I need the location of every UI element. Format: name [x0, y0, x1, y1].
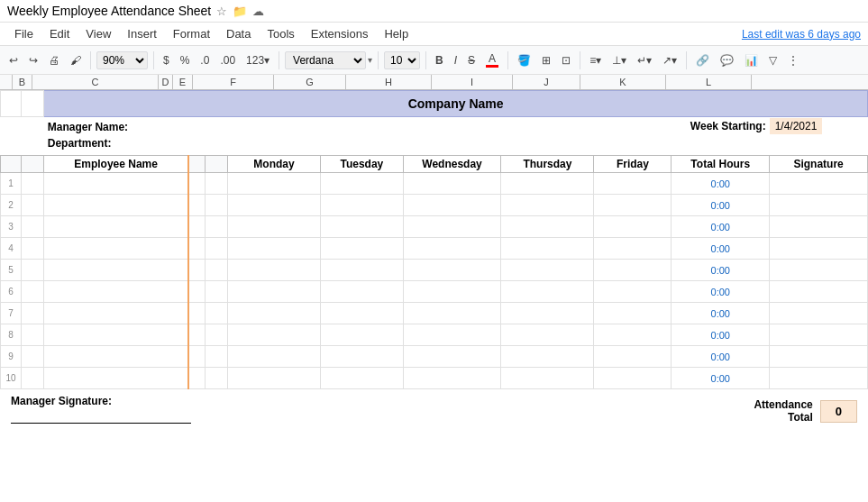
col-header-d[interactable]: D: [159, 75, 173, 89]
comment-button[interactable]: 💬: [717, 52, 737, 68]
col-header-k[interactable]: K: [580, 75, 666, 89]
monday-header: Monday: [228, 156, 321, 173]
font-selector[interactable]: Verdana Arial ▾: [285, 51, 372, 69]
sheet-table: Company Name Manager Name: Week Starting…: [0, 90, 868, 389]
link-button[interactable]: 🔗: [692, 52, 713, 68]
company-name-cell[interactable]: Company Name: [44, 91, 868, 117]
table-row: 1 0:00: [1, 173, 868, 195]
menu-data[interactable]: Data: [219, 24, 258, 43]
star-icon[interactable]: ☆: [216, 5, 227, 18]
toolbar-sep-6: [507, 51, 508, 69]
week-starting-label-cell: Week Starting:: [672, 117, 770, 136]
table-row: 2 0:00: [1, 195, 868, 216]
menu-insert[interactable]: Insert: [120, 24, 164, 43]
company-name-row: Company Name: [1, 91, 868, 117]
fill-color-button[interactable]: 🪣: [514, 52, 535, 68]
filter-button[interactable]: ▽: [765, 52, 781, 68]
thursday-header: Thursday: [501, 156, 594, 173]
currency-button[interactable]: $: [160, 52, 173, 68]
font-select[interactable]: Verdana Arial: [285, 51, 366, 69]
table-row: 3 0:00: [1, 216, 868, 238]
signature-header: Signature: [770, 156, 868, 173]
menu-format[interactable]: Format: [166, 24, 217, 43]
borders-button[interactable]: ⊞: [538, 52, 554, 68]
title-bar: Weekly Employee Attendance Sheet ☆ 📁 ☁: [0, 0, 868, 23]
font-size-selector[interactable]: 10 11 12: [384, 51, 420, 69]
undo-button[interactable]: ↩: [5, 52, 22, 68]
department-label-cell: Department:: [44, 135, 868, 156]
friday-header: Friday: [594, 156, 672, 173]
toolbar-sep-3: [279, 51, 279, 69]
decimal-increase-button[interactable]: .00: [216, 52, 239, 68]
table-row: 9 0:00: [1, 346, 868, 368]
menu-view[interactable]: View: [78, 24, 118, 43]
bold-button[interactable]: B: [432, 52, 447, 68]
strikethrough-button[interactable]: S: [464, 52, 479, 68]
chart-button[interactable]: 📊: [741, 52, 762, 68]
col-header-h[interactable]: H: [346, 75, 432, 89]
cloud-icon[interactable]: ☁: [252, 5, 264, 18]
employee-name-header: Employee Name: [44, 156, 188, 173]
total-hours-header: Total Hours: [672, 156, 770, 173]
col-header-j[interactable]: J: [513, 75, 580, 89]
font-size-select[interactable]: 10 11 12: [384, 51, 420, 69]
menu-extensions[interactable]: Extensions: [304, 24, 376, 43]
manager-name-label: Manager Name:: [48, 121, 128, 133]
zoom-control[interactable]: 90% 100% 75%: [96, 51, 148, 69]
print-button[interactable]: 🖨: [45, 52, 63, 68]
corner-header: [0, 75, 13, 89]
column-header-row: B C D E F G H I J K L: [0, 75, 868, 90]
format-123-button[interactable]: 123▾: [242, 52, 273, 68]
italic-button[interactable]: I: [451, 52, 461, 68]
last-edit-text[interactable]: Last edit was 6 days ago: [742, 28, 861, 41]
col-header-e[interactable]: E: [173, 75, 193, 89]
menu-file[interactable]: File: [7, 24, 41, 43]
table-row: 10 0:00: [1, 368, 868, 389]
table-header-row: Employee Name Monday Tuesday Wednesday T…: [1, 156, 868, 173]
percent-button[interactable]: %: [177, 52, 194, 68]
week-starting-value[interactable]: 1/4/2021: [770, 118, 823, 134]
col-header-g[interactable]: G: [274, 75, 346, 89]
attendance-total-label: Attendance Total: [754, 398, 819, 424]
toolbar-sep-1: [90, 51, 91, 69]
table-row: 4 0:00: [1, 238, 868, 260]
manager-label-cell: Manager Name:: [44, 117, 321, 136]
table-row: 7 0:00: [1, 303, 868, 324]
paint-format-button[interactable]: 🖌: [67, 52, 85, 68]
attendance-total-value: 0: [820, 400, 857, 423]
menu-tools[interactable]: Tools: [260, 24, 301, 43]
footer: Manager Signature: Attendance Total 0: [0, 389, 868, 429]
more-button[interactable]: ⋮: [784, 52, 802, 68]
rotate-button[interactable]: ↗▾: [659, 52, 681, 68]
table-row: 5 0:00: [1, 260, 868, 281]
align-button[interactable]: ≡▾: [586, 52, 605, 68]
valign-button[interactable]: ⊥▾: [608, 52, 630, 68]
manager-signature-area: Manager Signature:: [11, 395, 191, 424]
redo-button[interactable]: ↪: [25, 52, 41, 68]
text-color-button[interactable]: A: [482, 50, 502, 69]
decimal-decrease-button[interactable]: .0: [196, 52, 213, 68]
manager-name-row: Manager Name: Week Starting: 1/4/2021: [1, 117, 868, 136]
folder-icon[interactable]: 📁: [233, 5, 247, 18]
col-header-b[interactable]: B: [13, 75, 32, 89]
col-header-c[interactable]: C: [32, 75, 159, 89]
table-row: 8 0:00: [1, 324, 868, 346]
menu-edit[interactable]: Edit: [42, 24, 77, 43]
title-icons: ☆ 📁 ☁: [216, 5, 264, 18]
week-starting-value-cell[interactable]: 1/4/2021: [770, 117, 868, 136]
wrap-button[interactable]: ↵▾: [634, 52, 655, 68]
toolbar-sep-8: [686, 51, 687, 69]
toolbar-sep-2: [153, 51, 154, 69]
wednesday-header: Wednesday: [403, 156, 501, 173]
signature-line[interactable]: [11, 409, 191, 424]
menu-help[interactable]: Help: [377, 24, 416, 43]
spreadsheet-title: Weekly Employee Attendance Sheet: [7, 4, 211, 18]
attendance-total-box: Attendance Total 0: [754, 398, 857, 424]
col-header-i[interactable]: I: [432, 75, 513, 89]
merge-cells-button[interactable]: ⊡: [558, 52, 574, 68]
toolbar-sep-4: [378, 51, 379, 69]
zoom-select[interactable]: 90% 100% 75%: [96, 51, 148, 69]
col-header-f[interactable]: F: [193, 75, 274, 89]
table-row: 6 0:00: [1, 281, 868, 303]
col-header-l[interactable]: L: [666, 75, 752, 89]
